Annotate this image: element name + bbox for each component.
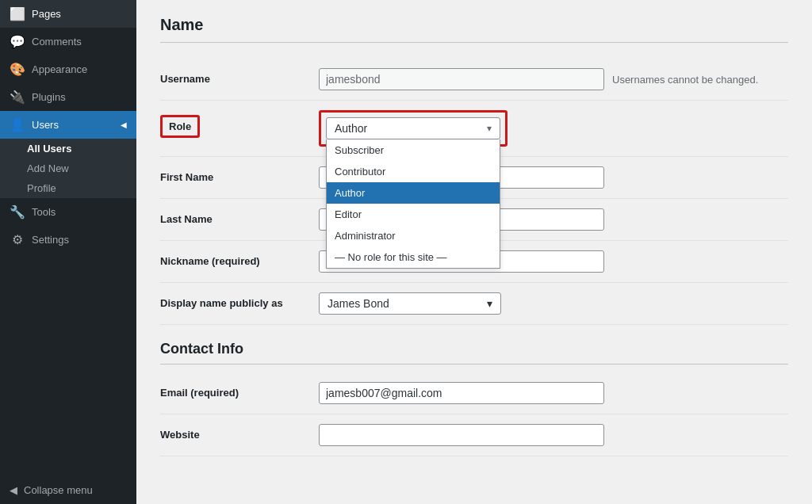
role-field: Author ▾ Subscriber Contributor Author E…: [319, 110, 788, 147]
plugins-icon: 🔌: [10, 90, 25, 105]
role-option-subscriber[interactable]: Subscriber: [327, 139, 500, 161]
email-label: Email (required): [160, 382, 319, 399]
username-row: Username Usernames cannot be changed.: [160, 59, 788, 101]
appearance-icon: 🎨: [10, 62, 25, 77]
sidebar-item-comments[interactable]: 💬 Comments: [0, 28, 136, 55]
role-select-trigger[interactable]: Author ▾: [326, 117, 500, 139]
role-option-editor[interactable]: Editor: [327, 204, 500, 225]
display-name-value: James Bond: [327, 297, 389, 310]
username-note: Usernames cannot be changed.: [612, 74, 758, 86]
chevron-down-icon: ▾: [487, 123, 492, 134]
role-option-no-role[interactable]: — No role for this site —: [327, 246, 500, 268]
email-field: [319, 382, 788, 404]
sidebar-item-appearance[interactable]: 🎨 Appearance: [0, 55, 136, 83]
name-section-title: Name: [160, 16, 788, 43]
nickname-label: Nickname (required): [160, 250, 319, 267]
sidebar-item-all-users[interactable]: All Users: [0, 139, 136, 158]
sidebar-item-tools[interactable]: 🔧 Tools: [0, 198, 136, 226]
collapse-menu-button[interactable]: ◀ Collapse menu: [0, 476, 136, 504]
website-field: [319, 424, 788, 446]
username-field: Usernames cannot be changed.: [319, 68, 788, 90]
main-content: Name Username Usernames cannot be change…: [136, 0, 812, 504]
username-input[interactable]: [319, 68, 604, 90]
sidebar-item-users[interactable]: 👤 Users ◀: [0, 111, 136, 139]
role-option-author[interactable]: Author: [327, 182, 500, 204]
contact-section-title: Contact Info: [160, 341, 788, 365]
comments-icon: 💬: [10, 34, 25, 49]
sidebar-item-pages[interactable]: ⬜ Pages: [0, 0, 136, 28]
role-label-bordered: Role: [160, 115, 200, 138]
tools-icon: 🔧: [10, 204, 25, 220]
settings-icon: ⚙: [10, 232, 25, 247]
display-name-row: Display name publicly as James Bond ▾: [160, 283, 788, 325]
sidebar: ⬜ Pages 💬 Comments 🎨 Appearance 🔌 Plugin…: [0, 0, 136, 504]
sidebar-item-profile[interactable]: Profile: [0, 178, 136, 198]
display-name-select[interactable]: James Bond ▾: [319, 292, 501, 315]
email-row: Email (required): [160, 372, 788, 414]
users-icon: 👤: [10, 117, 25, 132]
users-arrow-icon: ◀: [121, 120, 127, 129]
collapse-icon: ◀: [10, 484, 17, 496]
role-label-cell: Role: [160, 110, 319, 138]
role-select-wrapper: Author ▾ Subscriber Contributor Author E…: [319, 110, 508, 147]
website-label: Website: [160, 424, 319, 441]
role-dropdown: Subscriber Contributor Author Editor Adm…: [326, 139, 500, 269]
sidebar-item-settings[interactable]: ⚙ Settings: [0, 226, 136, 254]
first-name-label: First Name: [160, 166, 319, 183]
role-selected-value: Author: [335, 122, 367, 135]
display-name-chevron-icon: ▾: [487, 297, 492, 310]
role-option-contributor[interactable]: Contributor: [327, 161, 500, 182]
display-name-field: James Bond ▾: [319, 292, 788, 315]
website-input[interactable]: [319, 424, 604, 446]
username-label: Username: [160, 68, 319, 85]
pages-icon: ⬜: [10, 6, 25, 21]
sidebar-item-plugins[interactable]: 🔌 Plugins: [0, 83, 136, 111]
users-submenu: All Users Add New Profile: [0, 139, 136, 198]
role-row: Role Author ▾ Subscriber Contributor Aut…: [160, 101, 788, 157]
last-name-label: Last Name: [160, 208, 319, 225]
sidebar-item-add-new[interactable]: Add New: [0, 158, 136, 178]
role-option-administrator[interactable]: Administrator: [327, 225, 500, 246]
email-input[interactable]: [319, 382, 604, 404]
display-name-label: Display name publicly as: [160, 292, 319, 309]
role-select-container: Author ▾ Subscriber Contributor Author E…: [326, 117, 500, 139]
website-row: Website: [160, 414, 788, 456]
